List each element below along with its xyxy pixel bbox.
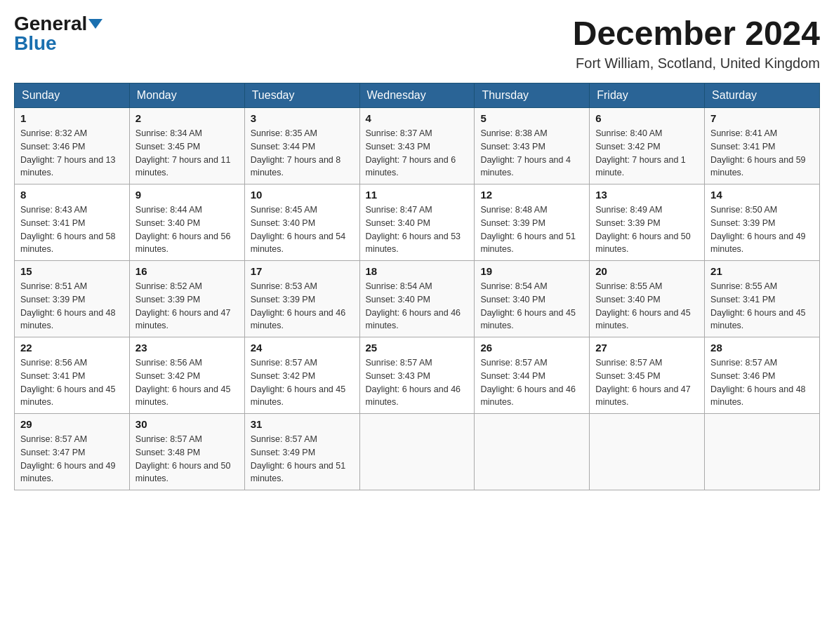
page-header: General Blue December 2024 Fort William,… bbox=[14, 14, 820, 72]
day-info: Sunrise: 8:43 AMSunset: 3:41 PMDaylight:… bbox=[20, 203, 124, 256]
day-cell-20: 20Sunrise: 8:55 AMSunset: 3:40 PMDayligh… bbox=[590, 261, 705, 337]
day-number: 3 bbox=[251, 112, 354, 124]
day-cell-30: 30Sunrise: 8:57 AMSunset: 3:48 PMDayligh… bbox=[129, 414, 244, 490]
day-number: 31 bbox=[251, 418, 354, 430]
day-info: Sunrise: 8:48 AMSunset: 3:39 PMDaylight:… bbox=[480, 203, 583, 256]
day-number: 28 bbox=[710, 342, 814, 354]
weekday-header-wednesday: Wednesday bbox=[359, 83, 475, 108]
day-cell-2: 2Sunrise: 8:34 AMSunset: 3:45 PMDaylight… bbox=[129, 108, 244, 185]
day-cell-11: 11Sunrise: 8:47 AMSunset: 3:40 PMDayligh… bbox=[359, 185, 475, 261]
day-number: 20 bbox=[595, 265, 699, 277]
day-info: Sunrise: 8:41 AMSunset: 3:41 PMDaylight:… bbox=[710, 127, 814, 180]
day-cell-10: 10Sunrise: 8:45 AMSunset: 3:40 PMDayligh… bbox=[244, 185, 359, 261]
day-info: Sunrise: 8:44 AMSunset: 3:40 PMDaylight:… bbox=[135, 203, 239, 256]
day-info: Sunrise: 8:56 AMSunset: 3:41 PMDaylight:… bbox=[20, 356, 124, 409]
day-info: Sunrise: 8:57 AMSunset: 3:46 PMDaylight:… bbox=[710, 356, 814, 409]
day-cell-16: 16Sunrise: 8:52 AMSunset: 3:39 PMDayligh… bbox=[129, 261, 244, 337]
day-cell-24: 24Sunrise: 8:57 AMSunset: 3:42 PMDayligh… bbox=[244, 337, 359, 414]
day-cell-9: 9Sunrise: 8:44 AMSunset: 3:40 PMDaylight… bbox=[129, 185, 244, 261]
day-info: Sunrise: 8:55 AMSunset: 3:40 PMDaylight:… bbox=[595, 280, 699, 333]
day-info: Sunrise: 8:57 AMSunset: 3:48 PMDaylight:… bbox=[135, 433, 239, 485]
empty-cell bbox=[590, 414, 705, 490]
day-cell-27: 27Sunrise: 8:57 AMSunset: 3:45 PMDayligh… bbox=[590, 337, 705, 414]
day-info: Sunrise: 8:54 AMSunset: 3:40 PMDaylight:… bbox=[480, 280, 583, 333]
day-number: 6 bbox=[595, 112, 699, 124]
day-cell-21: 21Sunrise: 8:55 AMSunset: 3:41 PMDayligh… bbox=[705, 261, 820, 337]
calendar-table: SundayMondayTuesdayWednesdayThursdayFrid… bbox=[14, 83, 820, 490]
day-number: 25 bbox=[366, 342, 469, 354]
weekday-header-row: SundayMondayTuesdayWednesdayThursdayFrid… bbox=[15, 83, 820, 108]
day-number: 14 bbox=[710, 189, 814, 201]
day-number: 8 bbox=[20, 189, 124, 201]
day-number: 5 bbox=[480, 112, 583, 124]
weekday-header-monday: Monday bbox=[129, 83, 244, 108]
day-cell-8: 8Sunrise: 8:43 AMSunset: 3:41 PMDaylight… bbox=[15, 185, 130, 261]
day-cell-25: 25Sunrise: 8:57 AMSunset: 3:43 PMDayligh… bbox=[359, 337, 475, 414]
day-cell-5: 5Sunrise: 8:38 AMSunset: 3:43 PMDaylight… bbox=[475, 108, 590, 185]
day-info: Sunrise: 8:40 AMSunset: 3:42 PMDaylight:… bbox=[595, 127, 699, 180]
day-cell-4: 4Sunrise: 8:37 AMSunset: 3:43 PMDaylight… bbox=[359, 108, 475, 185]
title-block: December 2024 Fort William, Scotland, Un… bbox=[573, 14, 820, 72]
day-cell-17: 17Sunrise: 8:53 AMSunset: 3:39 PMDayligh… bbox=[244, 261, 359, 337]
day-info: Sunrise: 8:35 AMSunset: 3:44 PMDaylight:… bbox=[251, 127, 354, 180]
week-row-1: 1Sunrise: 8:32 AMSunset: 3:46 PMDaylight… bbox=[15, 108, 820, 185]
day-info: Sunrise: 8:57 AMSunset: 3:47 PMDaylight:… bbox=[20, 433, 124, 485]
day-cell-14: 14Sunrise: 8:50 AMSunset: 3:39 PMDayligh… bbox=[705, 185, 820, 261]
weekday-header-saturday: Saturday bbox=[705, 83, 820, 108]
day-info: Sunrise: 8:38 AMSunset: 3:43 PMDaylight:… bbox=[480, 127, 583, 180]
month-year-title: December 2024 bbox=[573, 14, 820, 53]
day-number: 21 bbox=[710, 265, 814, 277]
day-number: 9 bbox=[135, 189, 239, 201]
day-cell-28: 28Sunrise: 8:57 AMSunset: 3:46 PMDayligh… bbox=[705, 337, 820, 414]
day-number: 13 bbox=[595, 189, 699, 201]
day-info: Sunrise: 8:57 AMSunset: 3:43 PMDaylight:… bbox=[366, 356, 469, 409]
day-info: Sunrise: 8:34 AMSunset: 3:45 PMDaylight:… bbox=[135, 127, 239, 180]
day-number: 16 bbox=[135, 265, 239, 277]
day-info: Sunrise: 8:50 AMSunset: 3:39 PMDaylight:… bbox=[710, 203, 814, 256]
day-info: Sunrise: 8:57 AMSunset: 3:44 PMDaylight:… bbox=[480, 356, 583, 409]
day-number: 17 bbox=[251, 265, 354, 277]
day-info: Sunrise: 8:32 AMSunset: 3:46 PMDaylight:… bbox=[20, 127, 124, 180]
day-info: Sunrise: 8:54 AMSunset: 3:40 PMDaylight:… bbox=[366, 280, 469, 333]
day-info: Sunrise: 8:55 AMSunset: 3:41 PMDaylight:… bbox=[710, 280, 814, 333]
day-number: 18 bbox=[366, 265, 469, 277]
day-cell-22: 22Sunrise: 8:56 AMSunset: 3:41 PMDayligh… bbox=[15, 337, 130, 414]
day-info: Sunrise: 8:45 AMSunset: 3:40 PMDaylight:… bbox=[251, 203, 354, 256]
day-cell-31: 31Sunrise: 8:57 AMSunset: 3:49 PMDayligh… bbox=[244, 414, 359, 490]
day-info: Sunrise: 8:52 AMSunset: 3:39 PMDaylight:… bbox=[135, 280, 239, 333]
weekday-header-thursday: Thursday bbox=[475, 83, 590, 108]
weekday-header-friday: Friday bbox=[590, 83, 705, 108]
week-row-3: 15Sunrise: 8:51 AMSunset: 3:39 PMDayligh… bbox=[15, 261, 820, 337]
day-cell-6: 6Sunrise: 8:40 AMSunset: 3:42 PMDaylight… bbox=[590, 108, 705, 185]
day-number: 12 bbox=[480, 189, 583, 201]
day-number: 4 bbox=[366, 112, 469, 124]
day-number: 30 bbox=[135, 418, 239, 430]
week-row-4: 22Sunrise: 8:56 AMSunset: 3:41 PMDayligh… bbox=[15, 337, 820, 414]
day-cell-1: 1Sunrise: 8:32 AMSunset: 3:46 PMDaylight… bbox=[15, 108, 130, 185]
logo-triangle-icon bbox=[88, 19, 102, 29]
day-cell-23: 23Sunrise: 8:56 AMSunset: 3:42 PMDayligh… bbox=[129, 337, 244, 414]
day-number: 10 bbox=[251, 189, 354, 201]
week-row-2: 8Sunrise: 8:43 AMSunset: 3:41 PMDaylight… bbox=[15, 185, 820, 261]
day-number: 27 bbox=[595, 342, 699, 354]
empty-cell bbox=[475, 414, 590, 490]
day-info: Sunrise: 8:51 AMSunset: 3:39 PMDaylight:… bbox=[20, 280, 124, 333]
day-number: 19 bbox=[480, 265, 583, 277]
weekday-header-sunday: Sunday bbox=[15, 83, 130, 108]
day-number: 24 bbox=[251, 342, 354, 354]
day-info: Sunrise: 8:57 AMSunset: 3:42 PMDaylight:… bbox=[251, 356, 354, 409]
day-cell-29: 29Sunrise: 8:57 AMSunset: 3:47 PMDayligh… bbox=[15, 414, 130, 490]
day-cell-18: 18Sunrise: 8:54 AMSunset: 3:40 PMDayligh… bbox=[359, 261, 475, 337]
day-info: Sunrise: 8:57 AMSunset: 3:45 PMDaylight:… bbox=[595, 356, 699, 409]
day-cell-13: 13Sunrise: 8:49 AMSunset: 3:39 PMDayligh… bbox=[590, 185, 705, 261]
day-number: 15 bbox=[20, 265, 124, 277]
day-cell-7: 7Sunrise: 8:41 AMSunset: 3:41 PMDaylight… bbox=[705, 108, 820, 185]
day-info: Sunrise: 8:49 AMSunset: 3:39 PMDaylight:… bbox=[595, 203, 699, 256]
location-subtitle: Fort William, Scotland, United Kingdom bbox=[573, 55, 820, 72]
day-number: 23 bbox=[135, 342, 239, 354]
day-number: 7 bbox=[710, 112, 814, 124]
day-cell-3: 3Sunrise: 8:35 AMSunset: 3:44 PMDaylight… bbox=[244, 108, 359, 185]
empty-cell bbox=[359, 414, 475, 490]
day-number: 2 bbox=[135, 112, 239, 124]
day-info: Sunrise: 8:53 AMSunset: 3:39 PMDaylight:… bbox=[251, 280, 354, 333]
